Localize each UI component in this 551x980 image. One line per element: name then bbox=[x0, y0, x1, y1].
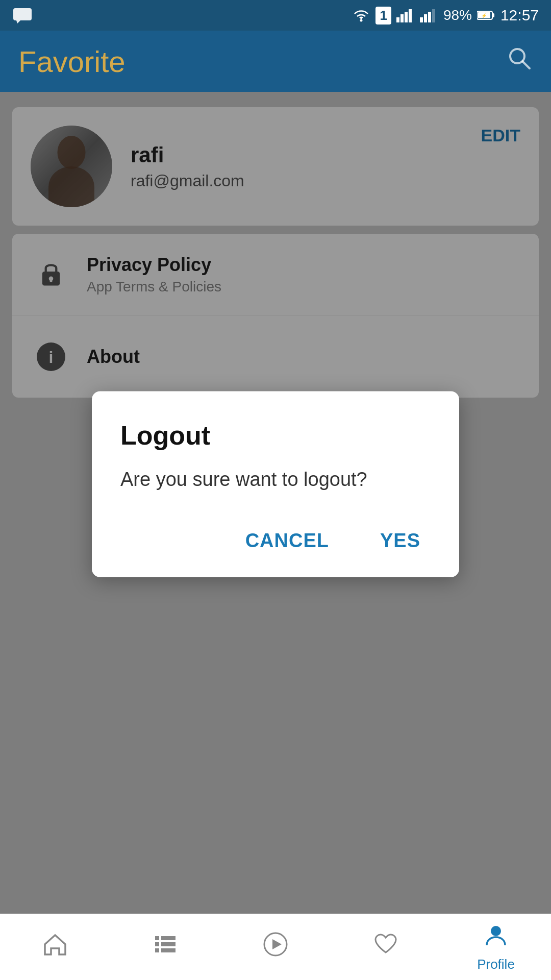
heart-icon bbox=[372, 931, 399, 964]
svg-rect-25 bbox=[161, 942, 176, 946]
dialog-buttons: CANCEL YES bbox=[120, 525, 431, 557]
svg-rect-8 bbox=[424, 14, 427, 22]
svg-line-16 bbox=[522, 61, 530, 68]
svg-marker-1 bbox=[16, 20, 20, 23]
svg-marker-29 bbox=[272, 939, 282, 949]
list-icon bbox=[152, 931, 179, 964]
app-header: Favorite bbox=[0, 31, 551, 92]
dialog-message: Are you sure want to logout? bbox=[120, 465, 431, 494]
play-icon bbox=[262, 931, 289, 964]
svg-rect-3 bbox=[396, 17, 399, 22]
bottom-nav: Profile bbox=[0, 914, 551, 980]
battery-percentage: 98% bbox=[443, 7, 472, 23]
status-bar: 1 98% ⚡ 12:57 bbox=[0, 0, 551, 31]
svg-rect-22 bbox=[155, 936, 159, 940]
profile-nav-label: Profile bbox=[477, 957, 515, 972]
signal2-icon bbox=[420, 8, 438, 22]
nav-list[interactable] bbox=[110, 914, 220, 980]
svg-rect-4 bbox=[400, 14, 404, 22]
svg-rect-6 bbox=[409, 9, 412, 22]
person-icon bbox=[483, 922, 509, 954]
svg-rect-12 bbox=[492, 13, 494, 17]
wifi-icon bbox=[352, 8, 370, 22]
svg-rect-9 bbox=[428, 12, 431, 22]
status-time: 12:57 bbox=[500, 7, 539, 24]
sim-indicator: 1 bbox=[375, 7, 391, 24]
svg-point-30 bbox=[491, 926, 501, 936]
svg-rect-5 bbox=[405, 12, 408, 22]
chat-icon bbox=[12, 7, 33, 23]
nav-profile[interactable]: Profile bbox=[441, 914, 551, 980]
cancel-button[interactable]: CANCEL bbox=[235, 525, 339, 557]
status-bar-left bbox=[12, 7, 33, 23]
svg-rect-23 bbox=[161, 936, 176, 940]
search-icon[interactable] bbox=[506, 45, 533, 78]
nav-home[interactable] bbox=[0, 914, 110, 980]
nav-favorites[interactable] bbox=[331, 914, 441, 980]
nav-play[interactable] bbox=[220, 914, 331, 980]
main-content: rafi rafi@gmail.com EDIT Privacy Policy … bbox=[0, 92, 551, 914]
svg-rect-24 bbox=[155, 942, 159, 946]
yes-button[interactable]: YES bbox=[370, 525, 431, 557]
svg-text:⚡: ⚡ bbox=[481, 13, 487, 19]
svg-rect-0 bbox=[13, 8, 32, 20]
logout-dialog: Logout Are you sure want to logout? CANC… bbox=[92, 391, 459, 577]
status-bar-right: 1 98% ⚡ 12:57 bbox=[352, 7, 539, 24]
battery-icon: ⚡ bbox=[477, 10, 495, 20]
search-svg bbox=[506, 45, 533, 71]
svg-rect-27 bbox=[161, 948, 176, 952]
svg-point-2 bbox=[360, 19, 363, 22]
home-icon bbox=[42, 931, 68, 964]
svg-rect-10 bbox=[432, 9, 435, 22]
header-title: Favorite bbox=[18, 44, 126, 79]
svg-rect-7 bbox=[420, 17, 423, 22]
svg-rect-26 bbox=[155, 948, 159, 952]
signal-icon bbox=[396, 8, 415, 22]
dialog-title: Logout bbox=[120, 420, 431, 451]
